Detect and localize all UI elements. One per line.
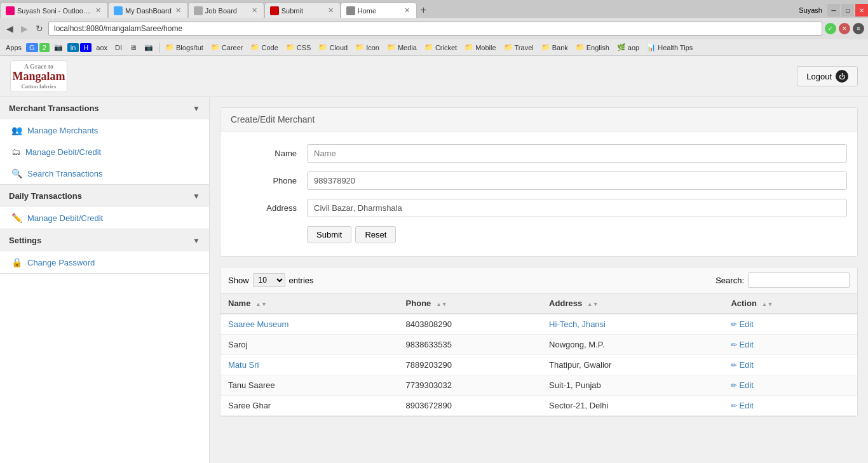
merchant-address-0[interactable]: Hi-Tech, Jhansi (549, 319, 606, 329)
bookmark-icon1[interactable]: 📷 (51, 43, 66, 52)
bookmark-mobile[interactable]: 📁 Mobile (461, 43, 499, 52)
entries-select[interactable]: 10 25 50 100 (253, 273, 285, 287)
tab-favicon-submit (270, 6, 279, 15)
bookmark-icon[interactable]: 📁 Icon (352, 43, 383, 52)
sidebar-section-header-daily[interactable]: Daily Transactions ▼ (0, 185, 209, 207)
tab-close-outlook[interactable]: ✕ (94, 6, 102, 15)
sidebar-item-search-transactions[interactable]: 🔍 Search Transactions (0, 163, 209, 184)
cell-phone-3: 7739303032 (398, 375, 542, 396)
merchant-phone-0: 8403808290 (406, 319, 452, 329)
sidebar-section-header-settings[interactable]: Settings ▼ (0, 229, 209, 252)
tab-close-submit[interactable]: ✕ (327, 6, 335, 15)
edit-button-0[interactable]: ✏ Edit (731, 319, 850, 329)
bookmark-blogs[interactable]: 📁 Blogs/tut (162, 43, 207, 52)
form-title: Create/Edit Merchant (231, 114, 315, 124)
sidebar-item-change-password[interactable]: 🔒 Change Password (0, 252, 209, 273)
tab-outlook[interactable]: Suyash Soni - Outlook We... ✕ (0, 3, 108, 18)
address-input[interactable] (307, 199, 847, 217)
bookmark-code[interactable]: 📁 Code (247, 43, 281, 52)
merchant-name-1: Saroj (228, 340, 247, 349)
submit-button[interactable]: Submit (307, 226, 351, 243)
col-header-action[interactable]: Action ▲▼ (723, 293, 857, 314)
file-icon: 🗂 (11, 147, 20, 157)
address-bar-row: ◀ ▶ ↻ ✓ ✕ ≡ (0, 18, 868, 39)
bookmark-2[interactable]: 2 (39, 43, 50, 52)
bookmark-g[interactable]: G (26, 43, 38, 52)
logout-button[interactable]: Logout ⏻ (797, 66, 858, 86)
tab-jobboard[interactable]: Job Board ✕ (188, 3, 264, 18)
sidebar: Merchant Transactions ▼ 👥 Manage Merchan… (0, 97, 210, 463)
sidebar-section-header-merchant[interactable]: Merchant Transactions ▼ (0, 97, 209, 119)
tab-close-home[interactable]: ✕ (403, 6, 411, 15)
phone-input[interactable] (307, 171, 847, 190)
cell-address-0: Hi-Tech, Jhansi (541, 314, 723, 335)
edit-button-4[interactable]: ✏ Edit (731, 401, 850, 410)
pencil-icon-1: ✏ (731, 340, 737, 349)
health-label: Health Tips (658, 44, 693, 51)
edit-icon-sidebar: ✏️ (11, 213, 22, 223)
css-label: CSS (297, 44, 311, 51)
table-search-input[interactable] (748, 272, 850, 288)
bookmark-monitor[interactable]: 🖥 (126, 43, 140, 52)
bookmark-cloud[interactable]: 📁 Cloud (315, 43, 351, 52)
cell-action-2: ✏ Edit (723, 355, 857, 375)
form-card-body: Name Phone Address Submit Reset (220, 131, 857, 256)
tab-bar: Suyash Soni - Outlook We... ✕ My DashBoa… (0, 0, 868, 18)
edit-button-2[interactable]: ✏ Edit (731, 360, 850, 370)
bookmark-career[interactable]: 📁 Career (208, 43, 247, 52)
merchant-name-0[interactable]: Saaree Museum (228, 319, 288, 329)
tab-close-jobboard[interactable]: ✕ (250, 6, 259, 15)
close-window-button[interactable]: ✕ (855, 4, 868, 17)
edit-button-3[interactable]: ✏ Edit (731, 380, 850, 390)
refresh-button[interactable]: ↻ (33, 22, 46, 35)
col-header-name[interactable]: Name ▲▼ (220, 293, 398, 314)
media-label: Media (398, 44, 417, 51)
bookmark-icon2[interactable]: 📷 (141, 43, 156, 52)
cell-name-4: Saree Ghar (220, 396, 398, 416)
sidebar-section-label-daily: Daily Transactions (9, 191, 82, 201)
address-input[interactable] (48, 22, 822, 36)
bookmark-health[interactable]: 📊 Health Tips (644, 43, 696, 52)
sidebar-item-daily-debit-credit[interactable]: ✏️ Manage Debit/Credit (0, 207, 209, 229)
entries-label: entries (289, 276, 314, 285)
bookmark-h[interactable]: H (80, 43, 92, 52)
bookmark-aox[interactable]: aox (93, 43, 111, 52)
tab-label-outlook: Suyash Soni - Outlook We... (17, 7, 92, 15)
logo-area: A Grace to Mangalam Cotton fabrics (10, 60, 67, 92)
back-button[interactable]: ◀ (4, 22, 16, 35)
col-header-phone[interactable]: Phone ▲▼ (398, 293, 542, 314)
maximize-button[interactable]: □ (841, 4, 854, 17)
table-body: Saaree Museum 8403808290 Hi-Tech, Jhansi… (220, 314, 857, 416)
tab-close-dashboard[interactable]: ✕ (174, 6, 182, 15)
sidebar-item-manage-debit-credit[interactable]: 🗂 Manage Debit/Credit (0, 141, 209, 163)
code-label: Code (261, 44, 278, 51)
aox-label: aox (96, 44, 107, 51)
table-wrapper: Name ▲▼ Phone ▲▼ Address ▲▼ (220, 293, 857, 416)
sidebar-section-merchant: Merchant Transactions ▼ 👥 Manage Merchan… (0, 97, 209, 185)
merchant-name-2[interactable]: Matu Sri (228, 360, 259, 370)
forward-button[interactable]: ▶ (18, 22, 31, 35)
sidebar-item-manage-merchants[interactable]: 👥 Manage Merchants (0, 119, 209, 141)
bookmark-css[interactable]: 📁 CSS (283, 43, 315, 52)
tab-submit[interactable]: Submit ✕ (264, 3, 341, 18)
pencil-icon-3: ✏ (731, 381, 737, 390)
cell-action-0: ✏ Edit (723, 314, 857, 335)
minimize-button[interactable]: ─ (827, 4, 840, 17)
name-input[interactable] (307, 144, 847, 163)
bookmark-travel[interactable]: 📁 Travel (501, 43, 537, 52)
bookmark-english[interactable]: 📁 English (573, 43, 613, 52)
bookmark-media[interactable]: 📁 Media (384, 43, 420, 52)
new-tab-button[interactable]: + (417, 4, 430, 16)
col-header-address[interactable]: Address ▲▼ (541, 293, 723, 314)
tab-home[interactable]: Home ✕ (341, 3, 417, 18)
bookmark-in[interactable]: in (67, 43, 79, 52)
reset-button[interactable]: Reset (355, 226, 396, 243)
window-controls: ─ □ ✕ (827, 4, 868, 17)
tab-dashboard[interactable]: My DashBoard ✕ (108, 3, 188, 18)
bookmark-apps[interactable]: Apps (3, 43, 25, 52)
bookmark-cricket[interactable]: 📁 Cricket (421, 43, 460, 52)
bookmark-aop[interactable]: 🌿 aop (614, 43, 642, 52)
bookmark-di[interactable]: DI (112, 43, 125, 52)
edit-button-1[interactable]: ✏ Edit (731, 340, 850, 349)
bookmark-bank[interactable]: 📁 Bank (538, 43, 571, 52)
